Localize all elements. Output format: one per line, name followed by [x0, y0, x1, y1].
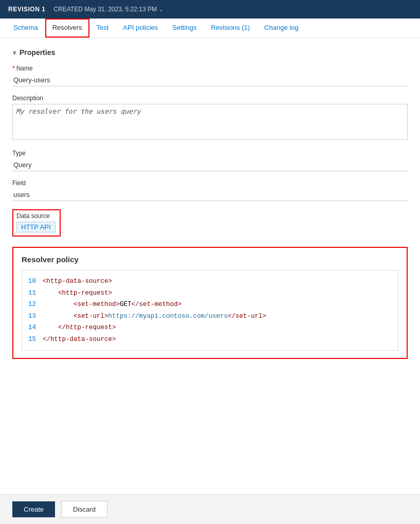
- code-content-10: <http-data-source>: [43, 276, 112, 287]
- type-group: Type: [12, 150, 408, 171]
- data-source-wrapper: Data source HTTP API: [12, 209, 61, 237]
- code-line-15: 15 </http-data-source>: [28, 334, 392, 346]
- description-label: Description: [12, 95, 408, 102]
- chevron-down-icon[interactable]: ⌄: [159, 7, 163, 12]
- created-info: CREATED May 31, 2023, 5:22:13 PM ⌄: [53, 6, 163, 13]
- line-num-12: 12: [28, 299, 43, 311]
- type-input[interactable]: [12, 159, 408, 171]
- tab-settings[interactable]: Settings: [165, 19, 204, 38]
- description-label-text: Description: [12, 95, 43, 102]
- description-textarea[interactable]: My resolver for the users query: [12, 104, 408, 140]
- discard-button[interactable]: Discard: [61, 501, 107, 518]
- field-group: Field: [12, 179, 408, 201]
- required-star: *: [12, 65, 15, 72]
- field-label: Field: [12, 179, 408, 187]
- top-bar: REVISION 1 CREATED May 31, 2023, 5:22:13…: [0, 0, 420, 19]
- field-label-text: Field: [12, 179, 26, 187]
- collapse-icon[interactable]: ∨: [12, 49, 16, 56]
- bottom-bar: Create Discard: [0, 494, 420, 524]
- code-content-13: <set-url>https://myapi.contoso.com/users…: [43, 311, 266, 322]
- field-input[interactable]: [12, 189, 408, 201]
- line-num-15: 15: [28, 334, 43, 346]
- code-line-13: 13 <set-url>https://myapi.contoso.com/us…: [28, 311, 392, 322]
- main-content: ∨ Properties * Name Description My resol…: [0, 38, 420, 494]
- revision-badge: REVISION 1: [8, 6, 45, 13]
- type-label: Type: [12, 150, 408, 157]
- tab-resolvers[interactable]: Resolvers: [45, 19, 89, 38]
- line-num-13: 13: [28, 311, 43, 322]
- description-group: Description My resolver for the users qu…: [12, 95, 408, 141]
- line-num-10: 10: [28, 276, 43, 287]
- code-line-14: 14 </http-request>: [28, 322, 392, 334]
- type-label-text: Type: [12, 150, 26, 157]
- nav-tabs: Schema Resolvers Test API policies Setti…: [0, 19, 420, 38]
- data-source-label: Data source: [16, 212, 56, 220]
- code-line-11: 11 <http-request>: [28, 287, 392, 299]
- properties-section-header: ∨ Properties: [12, 48, 408, 57]
- code-content-15: </http-data-source>: [43, 334, 116, 346]
- tab-revisions[interactable]: Revisions (1): [204, 19, 257, 38]
- data-source-value[interactable]: HTTP API: [16, 222, 56, 232]
- tab-schema[interactable]: Schema: [6, 19, 45, 38]
- code-content-11: <http-request>: [43, 287, 112, 299]
- code-block[interactable]: 10 <http-data-source> 11 <http-request> …: [22, 270, 398, 351]
- line-num-11: 11: [28, 287, 43, 299]
- code-content-12: <set-method>GET</set-method>: [43, 299, 181, 311]
- resolver-policy-title: Resolver policy: [22, 255, 398, 264]
- properties-title: Properties: [20, 48, 55, 57]
- code-line-10: 10 <http-data-source>: [28, 276, 392, 287]
- create-button[interactable]: Create: [12, 501, 55, 517]
- name-label-text: Name: [16, 65, 33, 72]
- name-input[interactable]: [12, 74, 408, 86]
- code-content-14: </http-request>: [43, 322, 116, 334]
- tab-test[interactable]: Test: [89, 19, 116, 38]
- resolver-policy-section: Resolver policy 10 <http-data-source> 11…: [12, 247, 408, 359]
- code-line-12: 12 <set-method>GET</set-method>: [28, 299, 392, 311]
- created-info-text: CREATED May 31, 2023, 5:22:13 PM: [53, 6, 157, 13]
- name-group: * Name: [12, 65, 408, 86]
- name-label: * Name: [12, 65, 408, 72]
- line-num-14: 14: [28, 322, 43, 334]
- tab-change-log[interactable]: Change log: [257, 19, 306, 38]
- tab-api-policies[interactable]: API policies: [116, 19, 165, 38]
